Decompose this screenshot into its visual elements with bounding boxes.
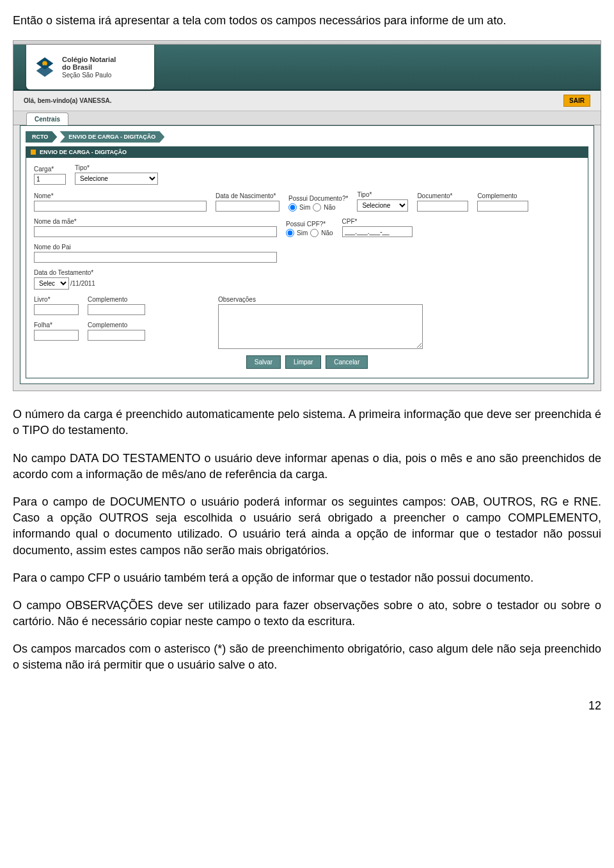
livro-input[interactable] bbox=[34, 304, 79, 315]
limpar-button[interactable]: Limpar bbox=[285, 355, 322, 369]
observacoes-textarea[interactable] bbox=[218, 304, 423, 349]
tab-centrais[interactable]: Centrais bbox=[26, 112, 68, 125]
panel-header: ENVIO DE CARGA - DIGITAÇÃO bbox=[26, 146, 588, 158]
data-testamento-fixed: /11/2011 bbox=[70, 280, 95, 287]
breadcrumb-rcto[interactable]: RCTO bbox=[26, 131, 57, 143]
app-header: Colégio Notarial do Brasil Seção São Pau… bbox=[13, 45, 601, 91]
possui-cpf-nao-radio[interactable] bbox=[310, 229, 319, 237]
radio-label-sim-2: Sim bbox=[297, 229, 308, 236]
radio-label-nao-2: Não bbox=[321, 229, 333, 236]
label-nome-mae: Nome da mãe* bbox=[34, 218, 277, 225]
intro-text: Então o sistema irá apresentar a tela co… bbox=[13, 13, 601, 29]
documento-input[interactable] bbox=[417, 201, 468, 212]
cpf-input[interactable] bbox=[342, 226, 413, 237]
label-possui-cpf: Possui CPF?* bbox=[286, 221, 333, 228]
possui-doc-sim-radio[interactable] bbox=[288, 203, 297, 212]
panel-marker-icon bbox=[31, 150, 36, 155]
logo-line3: Seção São Paulo bbox=[62, 72, 111, 79]
welcome-text: Olá, bem-vindo(a) VANESSA. bbox=[24, 97, 112, 104]
logo-icon bbox=[33, 55, 57, 79]
radio-label-sim: Sim bbox=[299, 204, 310, 211]
label-data-nasc: Data de Nascimento* bbox=[216, 192, 279, 199]
radio-label-nao: Não bbox=[324, 204, 335, 211]
label-nome-pai: Nome do Pai bbox=[34, 244, 277, 251]
label-folha: Folha* bbox=[34, 322, 79, 329]
cancelar-button[interactable]: Cancelar bbox=[326, 355, 368, 369]
possui-doc-nao-radio[interactable] bbox=[313, 203, 321, 212]
page-number: 12 bbox=[13, 699, 601, 713]
form-panel: Carga* Tipo* Selecione Nome* Data de Nas… bbox=[26, 158, 588, 378]
complemento-doc-input[interactable] bbox=[477, 201, 528, 212]
paragraph-3: Para o campo de DOCUMENTO o usuário pode… bbox=[13, 494, 601, 559]
salvar-button[interactable]: Salvar bbox=[246, 355, 281, 369]
logo-line2: do Brasil bbox=[62, 63, 92, 71]
possui-doc-radio-group: Sim Não bbox=[288, 203, 348, 212]
label-doc-tipo: Tipo* bbox=[357, 191, 408, 198]
label-observacoes: Observações bbox=[218, 296, 423, 303]
label-livro: Livro* bbox=[34, 296, 79, 303]
logo-tab: Colégio Notarial do Brasil Seção São Pau… bbox=[26, 45, 154, 89]
folha-input[interactable] bbox=[34, 330, 79, 341]
label-carga: Carga* bbox=[34, 166, 66, 173]
welcome-bar: Olá, bem-vindo(a) VANESSA. SAIR bbox=[13, 91, 601, 111]
label-tipo: Tipo* bbox=[75, 164, 158, 171]
data-testamento-dia-select[interactable]: Selec bbox=[34, 277, 69, 290]
logout-button[interactable]: SAIR bbox=[563, 95, 590, 107]
paragraph-1: O número da carga é preenchido automatic… bbox=[13, 407, 601, 438]
label-data-testamento: Data do Testamento* bbox=[34, 269, 95, 276]
label-complemento-doc: Complemento bbox=[477, 192, 528, 199]
content-area: RCTO ENVIO DE CARGA - DIGITAÇÃO ENVIO DE… bbox=[20, 125, 594, 384]
panel-title: ENVIO DE CARGA - DIGITAÇÃO bbox=[40, 149, 127, 155]
paragraph-6: Os campos marcados com o asterisco (*) s… bbox=[13, 641, 601, 673]
paragraph-5: O campo OBSERVAÇÕES deve ser utilizado p… bbox=[13, 598, 601, 630]
tipo-select[interactable]: Selecione bbox=[75, 173, 158, 185]
logo-line1: Colégio Notarial bbox=[62, 56, 116, 63]
nome-input[interactable] bbox=[34, 201, 207, 212]
breadcrumb: RCTO ENVIO DE CARGA - DIGITAÇÃO bbox=[26, 131, 588, 143]
label-nome: Nome* bbox=[34, 192, 207, 199]
nome-mae-input[interactable] bbox=[34, 226, 277, 237]
breadcrumb-envio[interactable]: ENVIO DE CARGA - DIGITAÇÃO bbox=[59, 131, 164, 143]
data-nascimento-input[interactable] bbox=[216, 201, 279, 212]
paragraph-4: Para o campo CFP o usuário também terá a… bbox=[13, 570, 601, 586]
doc-tipo-select[interactable]: Selecione bbox=[357, 199, 408, 212]
tab-row: Centrais bbox=[13, 111, 601, 125]
app-screenshot: Colégio Notarial do Brasil Seção São Pau… bbox=[13, 40, 601, 391]
possui-cpf-radio-group: Sim Não bbox=[286, 229, 333, 237]
label-documento: Documento* bbox=[417, 192, 468, 199]
possui-cpf-sim-radio[interactable] bbox=[286, 229, 294, 237]
complemento-folha-input[interactable] bbox=[88, 330, 145, 341]
label-cpf: CPF* bbox=[342, 218, 413, 225]
label-complemento-folha: Complemento bbox=[88, 322, 145, 329]
carga-input[interactable] bbox=[34, 174, 66, 185]
nome-pai-input[interactable] bbox=[34, 252, 277, 263]
button-row: Salvar Limpar Cancelar bbox=[34, 355, 580, 369]
complemento-livro-input[interactable] bbox=[88, 304, 145, 315]
label-possui-doc: Possui Documento?* bbox=[288, 195, 348, 202]
label-complemento-livro: Complemento bbox=[88, 296, 145, 303]
logo-text: Colégio Notarial do Brasil Seção São Pau… bbox=[62, 56, 116, 79]
paragraph-2: No campo DATA DO TESTAMENTO o usuário de… bbox=[13, 451, 601, 483]
